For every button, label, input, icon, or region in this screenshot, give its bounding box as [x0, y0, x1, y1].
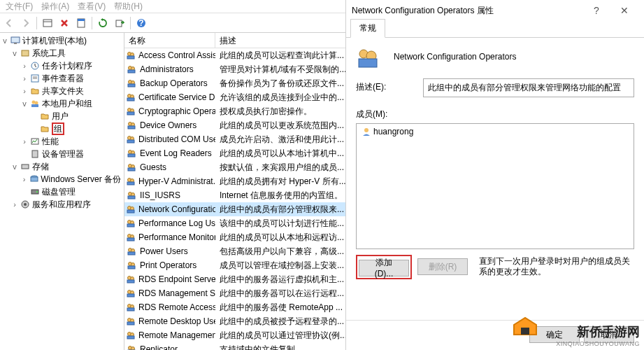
add-highlight: 添加(D)...: [356, 255, 412, 279]
group-icon: [126, 274, 136, 285]
menubar-action[interactable]: 操作(A): [38, 0, 72, 13]
row-name: Device Owners: [140, 120, 196, 130]
group-icon: [126, 260, 137, 271]
desc-field[interactable]: 此组中的成员有部分管理权限来管理网络功能的配置: [423, 78, 634, 97]
svg-point-23: [36, 191, 38, 192]
user-icon: [361, 126, 372, 137]
refresh-icon[interactable]: [95, 15, 110, 31]
svg-rect-34: [128, 84, 135, 87]
tree-icon: [29, 73, 41, 84]
svg-rect-40: [127, 112, 134, 115]
back-icon: [1, 15, 17, 31]
svg-rect-28: [127, 56, 134, 59]
tree-item[interactable]: ›服务和应用程序: [0, 198, 124, 211]
group-icon: [126, 50, 136, 61]
tree-icon: [29, 174, 39, 185]
menubar-view[interactable]: 查看(V): [75, 0, 108, 13]
tree-item[interactable]: 组: [0, 122, 124, 135]
tree-icon: [29, 136, 41, 147]
computer-icon: [10, 35, 21, 46]
close-icon[interactable]: ✕: [610, 5, 638, 16]
delete-icon[interactable]: [57, 15, 72, 31]
members-listbox[interactable]: huangrong: [356, 123, 634, 249]
tree-label: 用户: [52, 111, 69, 122]
row-name: Performance Log Users: [138, 218, 215, 228]
svg-rect-16: [31, 104, 38, 107]
svg-rect-17: [31, 139, 38, 144]
svg-rect-7: [11, 37, 20, 43]
row-name: Hyper-V Administrat...: [138, 176, 215, 186]
export-icon[interactable]: [112, 15, 127, 31]
tree-icon: [39, 123, 50, 134]
members-label: 成员(M):: [356, 106, 423, 120]
tree-item[interactable]: v本地用户和组: [0, 97, 124, 110]
tree-item[interactable]: v存储: [0, 160, 124, 173]
tree-item[interactable]: ›共享文件夹: [0, 85, 124, 97]
tree-root[interactable]: v 计算机管理(本地): [0, 34, 124, 47]
row-name: Event Log Readers: [140, 148, 212, 158]
menubar-help[interactable]: 帮助(H): [111, 0, 145, 13]
member-item[interactable]: huangrong: [358, 125, 632, 138]
svg-rect-19: [22, 164, 29, 169]
tree-item[interactable]: ›Windows Server 备份: [0, 173, 124, 186]
group-icon: [126, 148, 137, 159]
svg-rect-58: [128, 196, 135, 199]
tree-root-label: 计算机管理(本地): [22, 35, 87, 47]
tree-icon: [29, 60, 41, 71]
svg-rect-18: [32, 150, 38, 158]
group-icon: [356, 46, 380, 70]
col-name[interactable]: 名称: [124, 33, 215, 48]
tree-item[interactable]: 设备管理器: [0, 148, 124, 160]
group-icon: [126, 232, 136, 243]
group-icon: [126, 204, 136, 215]
svg-point-25: [24, 203, 27, 206]
tree-item[interactable]: ›任务计划程序: [0, 59, 124, 72]
tree-icon: [20, 199, 31, 210]
forward-icon: [18, 15, 34, 31]
row-name: RDS Management Se...: [138, 288, 215, 298]
row-name: Print Operators: [140, 260, 196, 270]
svg-rect-52: [128, 168, 135, 171]
svg-rect-64: [127, 224, 134, 227]
help-icon[interactable]: ?: [582, 5, 610, 16]
svg-rect-3: [78, 19, 85, 21]
tree-item[interactable]: 用户: [0, 110, 124, 122]
menubar-file[interactable]: 文件(F): [3, 0, 36, 13]
tree-icon: [29, 98, 41, 109]
svg-rect-85: [127, 322, 134, 325]
dialog-title: Network Configuration Operators 属性: [352, 5, 582, 17]
tree-item[interactable]: ›性能: [0, 135, 124, 148]
tree-item[interactable]: 磁盘管理: [0, 186, 124, 198]
tree-label: 本地用户和组: [42, 98, 92, 110]
group-icon: [126, 302, 136, 313]
properties-dialog: Network Configuration Operators 属性 ? ✕ 常…: [345, 0, 644, 350]
tree-icon: [20, 48, 31, 59]
row-name: Cryptographic Operat...: [138, 106, 215, 116]
watermark-text: 新侨手游网: [556, 323, 640, 340]
svg-rect-37: [127, 98, 134, 101]
row-name: Administrators: [140, 64, 194, 74]
help-icon[interactable]: ?: [134, 15, 149, 31]
row-name: Access Control Assist...: [138, 50, 215, 60]
tab-general[interactable]: 常规: [350, 19, 385, 38]
tree-item[interactable]: v系统工具: [0, 47, 124, 59]
group-heading: Network Configuration Operators: [394, 46, 516, 62]
action-icon[interactable]: [40, 15, 55, 31]
desc-label: 描述(E):: [356, 78, 423, 93]
group-icon: [126, 120, 137, 131]
group-icon: [126, 190, 137, 201]
svg-rect-43: [128, 126, 135, 129]
group-icon: [126, 344, 137, 350]
svg-rect-49: [128, 154, 135, 157]
properties-icon[interactable]: [73, 15, 89, 31]
tree-label: 服务和应用程序: [32, 199, 91, 211]
svg-rect-82: [127, 308, 134, 311]
svg-rect-67: [127, 238, 134, 241]
svg-point-95: [364, 128, 368, 132]
add-button[interactable]: 添加(D)...: [359, 260, 409, 276]
tree-label: 性能: [42, 136, 59, 148]
row-name: Power Users: [140, 246, 188, 256]
tree-icon: [29, 148, 41, 160]
tree-item[interactable]: ›事件查看器: [0, 72, 124, 85]
row-name: Replicator: [140, 344, 178, 350]
